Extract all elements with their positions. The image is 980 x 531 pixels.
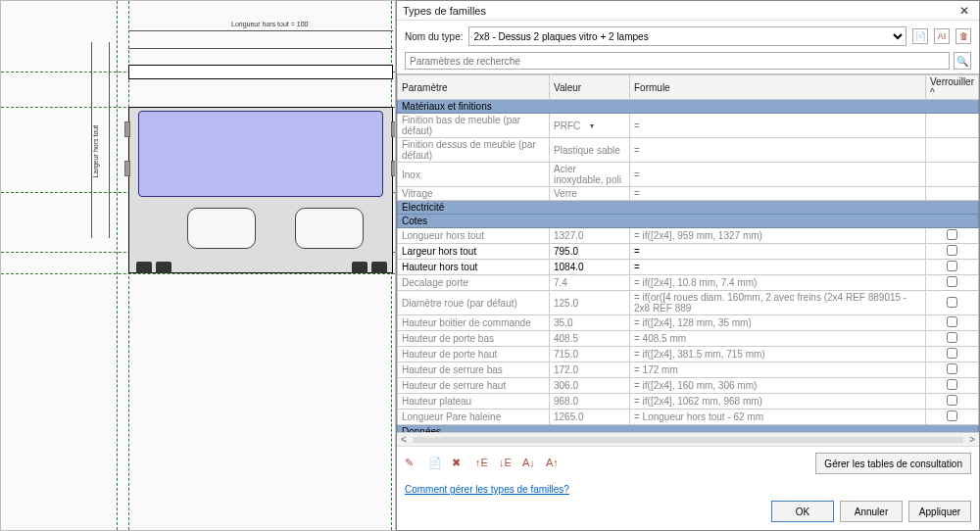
param-formula-cell[interactable]: = Longueur hors tout - 62 mm (630, 410, 926, 425)
param-value-cell[interactable]: Acier inoxydable, poli (550, 163, 630, 187)
param-value-cell[interactable]: Plastique sable (550, 138, 630, 163)
new-type-icon[interactable]: 📄 (912, 28, 928, 44)
param-formula-cell[interactable]: = (630, 114, 926, 138)
table-row[interactable]: Hauteur hors tout1084.0= (398, 260, 979, 275)
search-icon[interactable]: 🔍 (954, 52, 971, 70)
param-lock-cell[interactable] (925, 315, 978, 331)
param-formula-cell[interactable]: = if([2x4], 128 mm, 35 mm) (630, 315, 926, 331)
param-name-cell[interactable]: Inox (398, 163, 550, 187)
param-formula-cell[interactable]: = if([2x4], 160 mm, 306 mm) (630, 378, 926, 394)
group-header[interactable]: Matériaux et finitions (398, 100, 979, 114)
param-lock-cell[interactable] (925, 275, 978, 291)
param-name-cell[interactable]: Finition bas de meuble (par défaut) (398, 114, 550, 138)
param-value-cell[interactable]: 715.0 (550, 347, 630, 362)
table-row[interactable]: Decalage porte7.4= if([2x4], 10.8 mm, 7.… (398, 275, 979, 291)
table-row[interactable]: Largeur hors tout795.0= (398, 244, 979, 260)
param-value-cell[interactable]: 7.4 (550, 275, 630, 291)
toolbar-edit-icon[interactable]: ✎ (405, 457, 418, 470)
lock-checkbox[interactable] (947, 348, 957, 359)
table-row[interactable]: Hauteur de porte haut715.0= if([2x4], 38… (398, 347, 979, 362)
horizontal-scrollbar[interactable]: < > (397, 432, 979, 446)
param-value-cell[interactable]: 35.0 (550, 315, 630, 331)
param-name-cell[interactable]: Diamètre roue (par défaut) (398, 291, 550, 315)
param-formula-cell[interactable]: = if([2x4], 1062 mm, 968 mm) (630, 394, 926, 410)
param-lock-cell[interactable] (925, 244, 978, 260)
lock-checkbox[interactable] (947, 316, 957, 327)
col-lock[interactable]: Verrouiller ^ (925, 75, 978, 100)
param-name-cell[interactable]: Decalage porte (398, 275, 550, 291)
toolbar-moveup-icon[interactable]: ↑E (475, 457, 489, 470)
toolbar-delete-icon[interactable]: ✖ (452, 457, 466, 470)
group-header[interactable]: Electricité (398, 201, 979, 215)
lock-checkbox[interactable] (947, 363, 957, 374)
param-value-cell[interactable]: 1265.0 (550, 410, 630, 425)
param-value-cell[interactable]: 1327.0 (550, 228, 630, 244)
param-formula-cell[interactable]: = (630, 138, 926, 163)
param-formula-cell[interactable]: = 172 mm (630, 362, 926, 378)
parameters-grid[interactable]: Paramètre Valeur Formule Verrouiller ^ M… (397, 73, 979, 432)
param-value-cell[interactable]: 172.0 (550, 362, 630, 378)
param-lock-cell[interactable] (925, 114, 978, 138)
ok-button[interactable]: OK (771, 501, 834, 522)
scroll-left-icon[interactable]: < (397, 434, 411, 445)
param-lock-cell[interactable] (925, 163, 978, 187)
param-name-cell[interactable]: Longueur hors tout (398, 228, 550, 244)
param-lock-cell[interactable] (925, 187, 978, 201)
lock-checkbox[interactable] (947, 332, 957, 343)
group-header[interactable]: Données (398, 425, 979, 433)
param-name-cell[interactable]: Hauteur de serrure haut (398, 378, 550, 394)
param-value-cell[interactable]: 968.0 (550, 394, 630, 410)
toolbar-sort-asc-icon[interactable]: A↓ (522, 457, 536, 470)
group-header[interactable]: Cotes (398, 215, 979, 228)
table-row[interactable]: Hauteur de serrure haut306.0= if([2x4], … (398, 378, 979, 394)
help-link[interactable]: Comment gérer les types de familles? (405, 484, 569, 495)
param-value-cell[interactable]: 125.0 (550, 291, 630, 315)
param-name-cell[interactable]: Longueur Pare haleine (398, 410, 550, 425)
table-row[interactable]: Hauteur de serrure bas172.0= 172 mm (398, 362, 979, 378)
param-lock-cell[interactable] (925, 331, 978, 347)
param-formula-cell[interactable]: = (630, 163, 926, 187)
param-lock-cell[interactable] (925, 362, 978, 378)
lock-checkbox[interactable] (947, 276, 957, 287)
param-formula-cell[interactable]: = if([2x4], 959 mm, 1327 mm) (630, 228, 926, 244)
lock-checkbox[interactable] (947, 261, 957, 271)
param-value-cell[interactable]: PRFC▾ (550, 114, 630, 138)
param-value-cell[interactable]: 795.0 (550, 244, 630, 260)
col-formula[interactable]: Formule (630, 75, 926, 100)
table-row[interactable]: Longueur Pare haleine1265.0= Longueur ho… (398, 410, 979, 425)
toolbar-sort-desc-icon[interactable]: A↑ (546, 457, 560, 470)
apply-button[interactable]: Appliquer (908, 501, 971, 522)
dropdown-icon[interactable]: ▾ (590, 121, 626, 130)
table-row[interactable]: Hauteur de porte bas408.5= 408.5 mm (398, 331, 979, 347)
param-lock-cell[interactable] (925, 410, 978, 425)
close-button[interactable]: ✕ (956, 4, 973, 18)
param-lock-cell[interactable] (925, 394, 978, 410)
param-value-cell[interactable]: 1084.0 (550, 260, 630, 275)
lock-checkbox[interactable] (947, 297, 957, 308)
table-row[interactable]: VitrageVerre= (398, 187, 979, 201)
param-name-cell[interactable]: Largeur hors tout (398, 244, 550, 260)
lock-checkbox[interactable] (947, 229, 957, 240)
param-formula-cell[interactable]: = (630, 244, 926, 260)
lock-checkbox[interactable] (947, 245, 957, 256)
param-lock-cell[interactable] (925, 138, 978, 163)
param-name-cell[interactable]: Hauteur hors tout (398, 260, 550, 275)
col-value[interactable]: Valeur (550, 75, 630, 100)
param-formula-cell[interactable]: = if(or([4 roues diam. 160mm, 2 avec fre… (630, 291, 926, 315)
param-formula-cell[interactable]: = (630, 260, 926, 275)
param-name-cell[interactable]: Hauteur de serrure bas (398, 362, 550, 378)
param-value-cell[interactable]: Verre (550, 187, 630, 201)
table-row[interactable]: Diamètre roue (par défaut)125.0= if(or([… (398, 291, 979, 315)
param-name-cell[interactable]: Finition dessus de meuble (par défaut) (398, 138, 550, 163)
param-name-cell[interactable]: Hauteur boitier de commande (398, 315, 550, 331)
col-parameter[interactable]: Paramètre (398, 75, 550, 100)
table-row[interactable]: Longueur hors tout1327.0= if([2x4], 959 … (398, 228, 979, 244)
param-value-cell[interactable]: 306.0 (550, 378, 630, 394)
param-name-cell[interactable]: Hauteur plateau (398, 394, 550, 410)
param-lock-cell[interactable] (925, 378, 978, 394)
param-formula-cell[interactable]: = 408.5 mm (630, 331, 926, 347)
cancel-button[interactable]: Annuler (840, 501, 903, 522)
param-name-cell[interactable]: Vitrage (398, 187, 550, 201)
lock-checkbox[interactable] (947, 410, 957, 421)
type-name-select[interactable]: 2x8 - Dessus 2 plaques vitro + 2 lampes (468, 26, 906, 46)
